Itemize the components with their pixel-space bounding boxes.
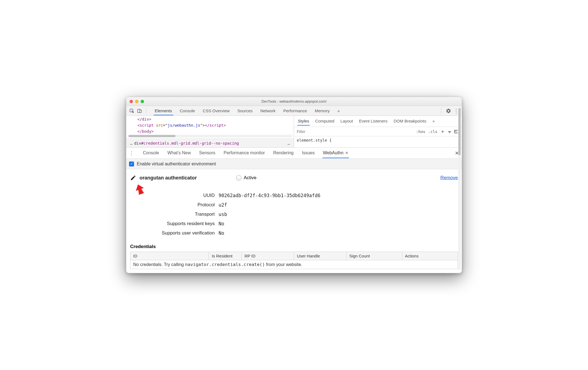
styles-tabs: Styles Computed Layout Event Listeners D… <box>294 116 462 127</box>
new-style-rule-icon[interactable] <box>440 129 445 134</box>
tab-styles[interactable]: Styles <box>297 118 310 126</box>
tabs-overflow[interactable]: » <box>336 106 341 115</box>
authenticator-properties: UUID90262adb-df2f-4c93-9bb1-35db6249afd6… <box>130 191 458 238</box>
prop-label-resident: Supports resident keys <box>130 221 219 226</box>
breadcrumb-right-more[interactable]: … <box>286 141 292 145</box>
remove-authenticator-link[interactable]: Remove <box>440 175 458 181</box>
drawer-tab-webauthn[interactable]: WebAuthn ✕ <box>322 148 349 158</box>
cls-toggle[interactable]: .cls <box>428 129 437 134</box>
breadcrumb-left-more[interactable]: … <box>128 141 134 145</box>
prop-label-transport: Transport <box>130 212 219 217</box>
element-style-text: element.style { <box>294 136 462 144</box>
tab-network[interactable]: Network <box>259 106 277 115</box>
style-rule-options-icon[interactable] <box>448 131 451 133</box>
prop-value-uuid: 90262adb-df2f-4c93-9bb1-35db6249afd6 <box>219 193 320 198</box>
horizontal-scrollbar[interactable] <box>128 135 292 137</box>
window-title: DevTools - webauthndemo.appspot.com/ <box>126 99 462 103</box>
tab-sources[interactable]: Sources <box>236 106 254 115</box>
tab-elements[interactable]: Elements <box>154 106 173 115</box>
prop-value-protocol: u2f <box>219 202 227 208</box>
settings-icon[interactable] <box>445 108 452 114</box>
prop-value-resident: No <box>219 221 224 226</box>
edit-name-icon[interactable] <box>130 175 136 181</box>
drawer-tab-whatsnew[interactable]: What's New <box>167 148 191 158</box>
code-tag: </ <box>137 117 142 121</box>
styles-filter-input[interactable] <box>294 128 413 136</box>
enable-virtual-auth-label: Enable virtual authenticator environment <box>137 161 216 166</box>
col-userhandle: User Handle <box>294 252 347 260</box>
drawer-tab-perfmon[interactable]: Performance monitor <box>223 148 265 158</box>
drawer-tab-console[interactable]: Console <box>142 148 160 158</box>
drawer-tabs: ⋮ Console What's New Sensors Performance… <box>126 148 462 159</box>
drawer-tab-issues[interactable]: Issues <box>301 148 315 158</box>
vertical-scrollbar[interactable] <box>458 108 461 270</box>
tab-layout[interactable]: Layout <box>340 118 353 126</box>
device-toolbar-icon[interactable] <box>136 108 143 114</box>
tab-performance[interactable]: Performance <box>282 106 308 115</box>
drawer-tab-sensors[interactable]: Sensors <box>199 148 216 158</box>
drawer-tab-rendering[interactable]: Rendering <box>273 148 294 158</box>
tab-computed[interactable]: Computed <box>315 118 335 126</box>
close-tab-icon[interactable]: ✕ <box>345 151 348 155</box>
active-radio[interactable] <box>236 175 242 181</box>
enable-virtual-auth-checkbox[interactable]: ✓ <box>129 161 134 166</box>
col-isresident: Is Resident <box>209 252 242 260</box>
hov-toggle[interactable]: :hov <box>416 129 426 134</box>
inspect-icon[interactable] <box>128 108 135 114</box>
col-signcount: Sign Count <box>347 252 402 260</box>
credentials-heading: Credentials <box>130 244 458 249</box>
col-rpid: RP ID <box>242 252 294 260</box>
prop-label-uv: Supports user verification <box>130 230 219 236</box>
titlebar: DevTools - webauthndemo.appspot.com/ <box>126 97 462 106</box>
authenticator-name: orangutan authenticator <box>140 175 197 181</box>
breadcrumb[interactable]: … div#credentials.mdl-grid.mdl-grid--no-… <box>126 139 294 147</box>
svg-rect-2 <box>140 110 141 113</box>
tab-css-overview[interactable]: CSS Overview <box>202 106 231 115</box>
active-label: Active <box>244 175 256 181</box>
elements-code-pane[interactable]: </div> <script src="js/webauthn.js"></sc… <box>126 116 294 147</box>
prop-value-uv: No <box>219 230 224 236</box>
col-id: ID <box>130 252 209 260</box>
credentials-table: ID Is Resident RP ID User Handle Sign Co… <box>130 252 458 269</box>
credentials-empty-row: No credentials. Try calling navigator.cr… <box>130 260 458 269</box>
annotation-arrow-icon <box>133 183 146 196</box>
prop-label-protocol: Protocol <box>130 202 219 208</box>
right-tabs-overflow[interactable]: » <box>432 118 435 126</box>
tab-dom-breakpoints[interactable]: DOM Breakpoints <box>393 118 427 126</box>
prop-value-transport: usb <box>219 212 227 217</box>
tab-memory[interactable]: Memory <box>314 106 331 115</box>
drawer-more-icon[interactable]: ⋮ <box>129 150 134 156</box>
tab-event-listeners[interactable]: Event Listeners <box>358 118 388 126</box>
col-actions: Actions <box>402 252 458 260</box>
tab-console[interactable]: Console <box>179 106 196 115</box>
main-tabs: Elements Console CSS Overview Sources Ne… <box>154 106 437 115</box>
